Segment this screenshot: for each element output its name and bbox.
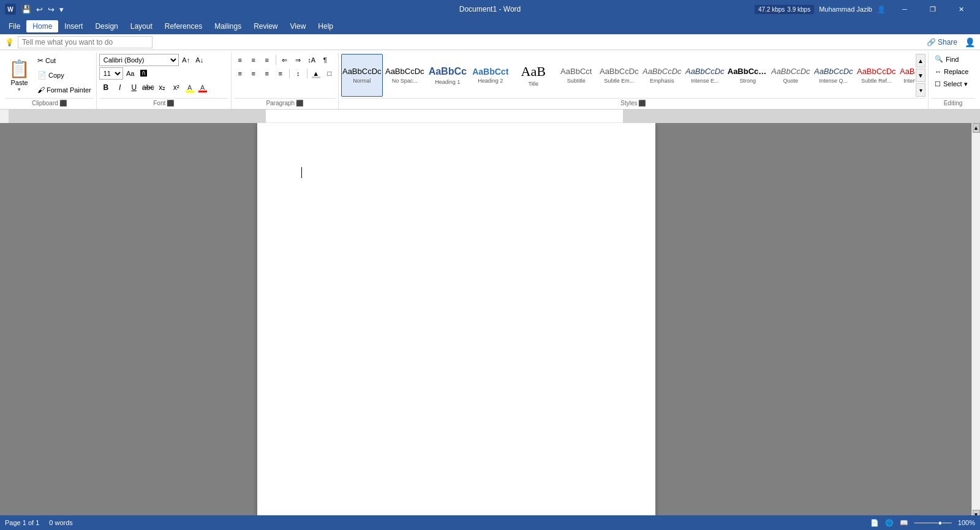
- replace-button[interactable]: ↔ Replace: [931, 67, 972, 77]
- paragraph-expand-icon[interactable]: ⬛: [296, 100, 303, 106]
- font-name-select[interactable]: Calibri (Body): [99, 54, 179, 66]
- zoom-slider[interactable]: ─────●──: [914, 519, 952, 526]
- styles-expand-icon[interactable]: ⬛: [638, 100, 646, 106]
- decrease-indent-button[interactable]: ⇐: [279, 54, 291, 66]
- underline-button[interactable]: U: [127, 81, 141, 94]
- style-item-heading-2[interactable]: AaBbCctHeading 2: [470, 54, 511, 97]
- restore-button[interactable]: ❐: [919, 0, 947, 18]
- superscript-button[interactable]: x²: [170, 81, 183, 94]
- redo-button[interactable]: ↪: [46, 4, 56, 15]
- menu-mailings[interactable]: Mailings: [208, 20, 247, 32]
- format-painter-icon: 🖌: [37, 86, 45, 94]
- style-item-no-spac...[interactable]: AaBbCcDcNo Spac...: [384, 54, 426, 97]
- select-button[interactable]: ☐ Select ▾: [931, 79, 971, 89]
- document-page[interactable]: [257, 123, 655, 520]
- menu-design[interactable]: Design: [89, 20, 124, 32]
- style-item-quote[interactable]: AaBbCcDcQuote: [770, 54, 812, 97]
- web-layout-button[interactable]: 🌐: [885, 519, 894, 527]
- editing-group: 🔍 Find ↔ Replace ☐ Select ▾ Editing: [929, 53, 978, 109]
- styles-scroll-down-button[interactable]: ▼: [916, 69, 925, 82]
- paste-button[interactable]: 📋 Paste ▾: [5, 54, 34, 97]
- style-item-heading-1[interactable]: AaBbCcHeading 1: [427, 54, 469, 97]
- multilevel-button[interactable]: ≡: [261, 54, 273, 66]
- font-size-select[interactable]: 11: [99, 67, 123, 80]
- numbering-button[interactable]: ≡: [247, 54, 260, 66]
- menu-view[interactable]: View: [284, 20, 312, 32]
- styles-expand-button[interactable]: ▾: [916, 83, 925, 97]
- paragraph-group: ≡ ≡ ≡ ⇐ ⇒ ↕A ¶ ≡ ≡ ≡ ≡ ↕: [232, 53, 339, 109]
- font-group-content: Calibri (Body) A↑ A↓ 11 Aa 🅰 B I U abc: [99, 54, 228, 97]
- style-item-emphasis[interactable]: AaBbCcDcEmphasis: [641, 54, 683, 97]
- menu-review[interactable]: Review: [247, 20, 284, 32]
- window-title: Document1 - Word: [459, 5, 521, 13]
- replace-icon: ↔: [935, 68, 941, 75]
- user-area: Muhammad Jazib 👤: [819, 6, 886, 13]
- share-button[interactable]: 🔗 Share: [927, 38, 957, 47]
- copy-button[interactable]: 📄 Copy: [35, 70, 94, 80]
- print-layout-button[interactable]: 📄: [870, 519, 879, 527]
- style-item-intense-q...[interactable]: AaBbCcDcIntense Q...: [813, 54, 854, 97]
- style-item-subtitle[interactable]: AaBbCctSubtitle: [556, 54, 597, 97]
- menu-insert[interactable]: Insert: [58, 20, 89, 32]
- style-item-intense-re...[interactable]: AaBbCcDcIntense Re...: [899, 54, 915, 97]
- sort-button[interactable]: ↕A: [306, 54, 318, 66]
- user-avatar-icon2[interactable]: 👤: [965, 37, 975, 47]
- shading-button[interactable]: ▲: [310, 67, 322, 80]
- menu-file[interactable]: File: [2, 20, 26, 32]
- scroll-up-button[interactable]: ▲: [973, 123, 980, 133]
- menu-home[interactable]: Home: [26, 20, 58, 32]
- text-highlight-button[interactable]: A: [184, 81, 196, 94]
- menu-help[interactable]: Help: [312, 20, 339, 32]
- customize-button[interactable]: ▾: [58, 4, 66, 15]
- title-bar-left: W 💾 ↩ ↪ ▾: [5, 4, 66, 15]
- user-avatar-icon[interactable]: 👤: [877, 6, 886, 13]
- subscript-button[interactable]: x₂: [156, 81, 169, 94]
- justify-button[interactable]: ≡: [274, 67, 287, 80]
- styles-scroll-buttons: ▲ ▼ ▾: [916, 54, 925, 97]
- change-case-button[interactable]: Aa: [124, 67, 137, 80]
- increase-indent-button[interactable]: ⇒: [292, 54, 304, 66]
- vertical-scrollbar[interactable]: ▲ ▼: [971, 123, 980, 520]
- font-expand-icon[interactable]: ⬛: [167, 100, 174, 106]
- find-button[interactable]: 🔍 Find: [931, 54, 962, 64]
- align-left-button[interactable]: ≡: [234, 67, 246, 80]
- clipboard-expand-icon[interactable]: ⬛: [59, 100, 67, 106]
- ruler-body: [266, 110, 623, 123]
- style-item-subtle-em...[interactable]: AaBbCcDcSubtle Em...: [598, 54, 640, 97]
- italic-button[interactable]: I: [113, 81, 127, 94]
- menu-layout[interactable]: Layout: [124, 20, 159, 32]
- title-bar-right: 47.2 kbps 3.9 kbps Muhammad Jazib 👤 ─ ❐ …: [755, 0, 975, 18]
- cut-label: Cut: [45, 57, 56, 64]
- style-item-title[interactable]: AaBTitle: [513, 54, 554, 97]
- style-item-subtle-ref...[interactable]: AaBbCcDcSubtle Ref...: [856, 54, 897, 97]
- font-color-button[interactable]: A: [197, 81, 209, 94]
- strikethrough-button[interactable]: abc: [141, 81, 155, 94]
- undo-button[interactable]: ↩: [34, 4, 45, 15]
- show-paragraph-marks-button[interactable]: ¶: [319, 54, 331, 66]
- read-mode-button[interactable]: 📖: [900, 519, 908, 527]
- align-right-button[interactable]: ≡: [261, 67, 273, 80]
- font-size-shrink-button[interactable]: A↓: [194, 54, 206, 66]
- font-group: Calibri (Body) A↑ A↓ 11 Aa 🅰 B I U abc: [97, 53, 232, 109]
- style-item-normal[interactable]: AaBbCcDcNormal: [341, 54, 383, 97]
- clear-formatting-button[interactable]: 🅰: [138, 67, 150, 80]
- bullets-button[interactable]: ≡: [234, 54, 246, 66]
- editing-label: Editing: [931, 98, 975, 108]
- styles-scroll-up-button[interactable]: ▲: [916, 54, 925, 67]
- align-center-button[interactable]: ≡: [247, 67, 260, 80]
- close-button[interactable]: ✕: [947, 0, 975, 18]
- format-painter-button[interactable]: 🖌 Format Painter: [35, 85, 94, 95]
- copy-label: Copy: [48, 72, 64, 79]
- minimize-button[interactable]: ─: [891, 0, 919, 18]
- tell-me-input[interactable]: [18, 36, 153, 48]
- style-item-intense-e...[interactable]: AaBbCcDcIntense E...: [684, 54, 726, 97]
- line-spacing-button[interactable]: ↕: [292, 67, 304, 80]
- menu-references[interactable]: References: [159, 20, 208, 32]
- editing-group-content: 🔍 Find ↔ Replace ☐ Select ▾: [931, 54, 975, 97]
- font-size-grow-button[interactable]: A↑: [180, 54, 192, 66]
- save-button[interactable]: 💾: [20, 4, 33, 15]
- bold-button[interactable]: B: [99, 81, 113, 94]
- style-item-strong[interactable]: AaBbCcDcStrong: [727, 54, 769, 97]
- cut-button[interactable]: ✂ Cut: [35, 56, 94, 65]
- borders-button[interactable]: □: [323, 67, 336, 80]
